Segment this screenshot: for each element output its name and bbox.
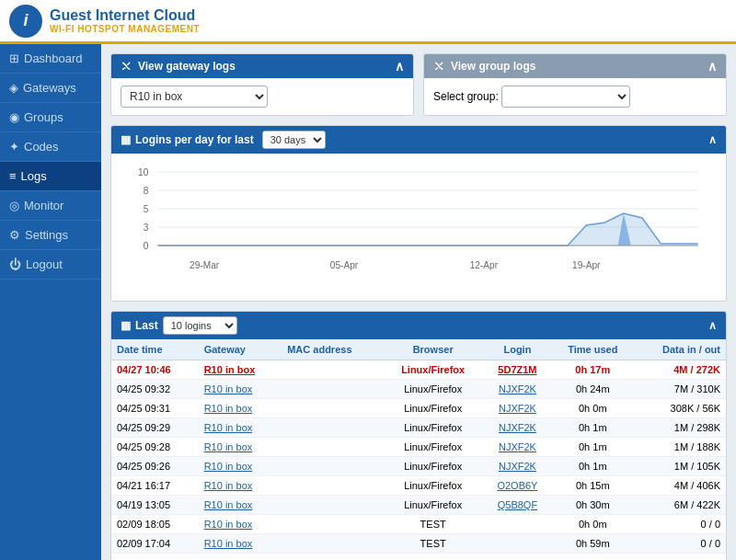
cell-datetime: 04/25 09:29 [111, 418, 199, 438]
table-row: 04/21 16:17R10 in boxLinux/FirefoxO2OB6Y… [111, 476, 726, 496]
group-logs-title: View group logs [451, 60, 535, 73]
cell-login[interactable] [483, 515, 552, 534]
svg-text:10: 10 [138, 167, 149, 177]
col-datetime: Date time [111, 339, 199, 360]
svg-text:5: 5 [144, 204, 149, 214]
cell-data: 4M / 272K [634, 360, 726, 380]
chart-panel: ▦ Logins per day for last 30 days 7 days… [110, 125, 727, 302]
gateway-logs-expand[interactable]: ∧ [395, 59, 404, 74]
sidebar-label-logs: Logs [21, 169, 47, 183]
codes-icon: ✦ [9, 140, 19, 154]
cell-data: 308K / 56K [634, 399, 726, 418]
cell-browser: Linux/Firefox [383, 418, 483, 438]
cell-login[interactable]: NJXF2K [483, 418, 552, 438]
sidebar-item-logout[interactable]: ⏻ Logout [0, 250, 101, 280]
cell-datetime: 04/19 13:05 [111, 496, 199, 515]
logs-icon: ≡ [9, 169, 17, 183]
sidebar-item-dashboard[interactable]: ⊞ Dashboard [0, 44, 101, 74]
group-logs-icon: ⛌ [433, 59, 446, 74]
sidebar-label-groups: Groups [24, 110, 63, 124]
cell-mac [282, 515, 383, 534]
logo-letter: i [23, 11, 28, 30]
table-row: 02/09 18:05R10 in boxTEST0h 0m0 / 0 [111, 515, 726, 534]
chart-icon: ▦ [121, 133, 131, 146]
content-area: ⛌ View gateway logs ∧ R10 in box Gateway… [101, 44, 736, 560]
cell-login[interactable]: NJXF2K [483, 457, 552, 476]
sidebar-label-settings: Settings [25, 228, 68, 242]
cell-login[interactable]: 5D7Z1M [483, 360, 552, 380]
header-title: Guest Internet Cloud WI-FI HOTSPOT MANAG… [50, 7, 200, 34]
cell-browser: TEST [383, 534, 483, 554]
table-panel: ▦ Last 10 logins 25 logins 50 logins 100… [110, 311, 727, 560]
table-title: Last [135, 319, 158, 332]
col-login: Login [483, 339, 552, 360]
table-footer: Green: User logged in Clear log Download… [111, 554, 726, 560]
header: i Guest Internet Cloud WI-FI HOTSPOT MAN… [0, 0, 736, 44]
cell-data: 1M / 188K [634, 438, 726, 457]
sidebar-label-gateways: Gateways [23, 81, 76, 95]
cell-gateway[interactable]: R10 in box [199, 457, 282, 476]
cell-gateway[interactable]: R10 in box [199, 418, 282, 438]
logins-count-select[interactable]: 10 logins 25 logins 50 logins 100 logins [163, 316, 237, 335]
cell-gateway[interactable]: R10 in box [199, 515, 282, 534]
table-row: 04/27 10:46R10 in boxLinux/Firefox5D7Z1M… [111, 360, 726, 380]
cell-mac [282, 399, 383, 418]
cell-gateway[interactable]: R10 in box [199, 360, 282, 380]
sidebar-item-settings[interactable]: ⚙ Settings [0, 221, 101, 250]
svg-text:29-Mar: 29-Mar [190, 260, 220, 270]
logout-icon: ⏻ [9, 257, 21, 271]
cell-mac [282, 476, 383, 496]
cell-login[interactable]: NJXF2K [483, 438, 552, 457]
chart-panel-header: ▦ Logins per day for last 30 days 7 days… [111, 126, 726, 154]
cell-login[interactable]: O2OB6Y [483, 476, 552, 496]
cell-gateway[interactable]: R10 in box [199, 476, 282, 496]
cell-data: 7M / 310K [634, 380, 726, 399]
app-title: Guest Internet Cloud [50, 7, 200, 24]
cell-gateway[interactable]: R10 in box [199, 496, 282, 515]
cell-gateway[interactable]: R10 in box [199, 534, 282, 554]
group-logs-body: Select group: Group 1 [424, 78, 726, 115]
chart-expand[interactable]: ∧ [708, 133, 717, 146]
group-select[interactable]: Group 1 [501, 86, 630, 108]
gateway-logs-icon: ⛌ [121, 59, 133, 74]
cell-time: 0h 1m [552, 457, 634, 476]
cell-datetime: 04/21 16:17 [111, 476, 199, 496]
cell-datetime: 04/27 10:46 [111, 360, 199, 380]
table-expand[interactable]: ∧ [708, 319, 717, 332]
sidebar-item-groups[interactable]: ◉ Groups [0, 103, 101, 132]
col-gateway: Gateway [199, 339, 282, 360]
cell-gateway[interactable]: R10 in box [199, 380, 282, 399]
svg-text:12-Apr: 12-Apr [470, 260, 499, 270]
gateways-icon: ◈ [9, 81, 18, 95]
cell-browser: Linux/Firefox [383, 399, 483, 418]
cell-time: 0h 17m [552, 360, 634, 380]
cell-time: 0h 1m [552, 418, 634, 438]
gateway-select[interactable]: R10 in box Gateway 2 [121, 86, 268, 108]
sidebar-item-codes[interactable]: ✦ Codes [0, 132, 101, 162]
table-row: 04/25 09:31R10 in boxLinux/FirefoxNJXF2K… [111, 399, 726, 418]
cell-datetime: 04/25 09:26 [111, 457, 199, 476]
cell-browser: Linux/Firefox [383, 476, 483, 496]
cell-data: 1M / 298K [634, 418, 726, 438]
cell-data: 0 / 0 [634, 534, 726, 554]
chart-title: Logins per day for last [135, 133, 254, 146]
logo-circle: i [9, 5, 42, 38]
select-group-label: Select group: [433, 90, 499, 103]
cell-login[interactable] [483, 534, 552, 554]
settings-icon: ⚙ [9, 228, 20, 242]
cell-gateway[interactable]: R10 in box [199, 399, 282, 418]
cell-data: 4M / 406K [634, 476, 726, 496]
cell-gateway[interactable]: R10 in box [199, 438, 282, 457]
cell-browser: Linux/Firefox [383, 457, 483, 476]
sidebar-item-logs[interactable]: ≡ Logs [0, 162, 101, 191]
days-select[interactable]: 30 days 7 days 14 days 60 days [262, 131, 326, 149]
cell-login[interactable]: NJXF2K [483, 380, 552, 399]
group-logs-expand[interactable]: ∧ [707, 59, 717, 74]
cell-browser: Linux/Firefox [383, 496, 483, 515]
sidebar-item-monitor[interactable]: ◎ Monitor [0, 191, 101, 221]
sidebar-item-gateways[interactable]: ◈ Gateways [0, 74, 101, 103]
dashboard-icon: ⊞ [9, 51, 19, 65]
cell-login[interactable]: Q5B8QF [483, 496, 552, 515]
cell-login[interactable]: NJXF2K [483, 399, 552, 418]
cell-mac [282, 457, 383, 476]
